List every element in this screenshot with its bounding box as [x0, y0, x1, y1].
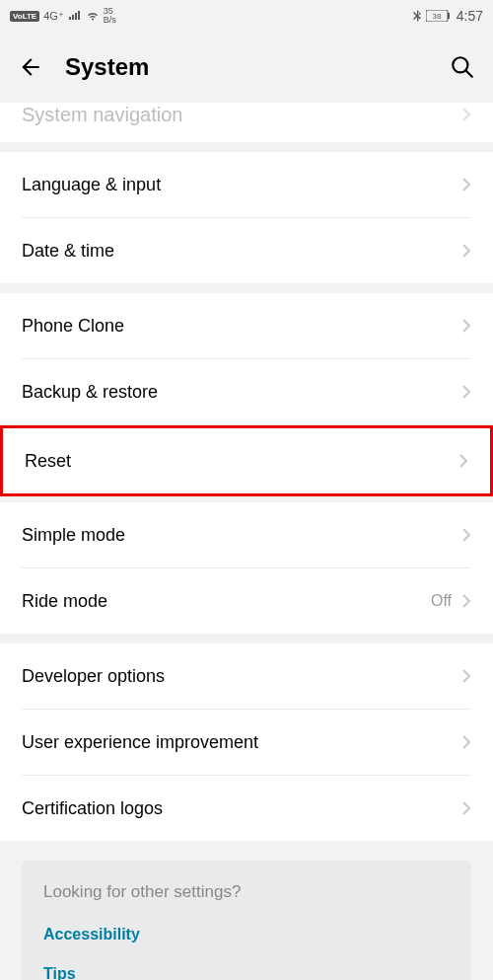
- group-partial: System navigation: [0, 103, 493, 142]
- group-language: Language & input Date & time: [0, 152, 493, 283]
- row-backup-restore[interactable]: Backup & restore: [0, 359, 493, 424]
- row-label: Certification logos: [22, 798, 163, 819]
- chevron-right-icon: [461, 593, 471, 609]
- link-accessibility[interactable]: Accessibility: [43, 926, 450, 943]
- chevron-right-icon: [461, 734, 471, 750]
- svg-line-4: [465, 70, 472, 77]
- chevron-right-icon: [461, 800, 471, 816]
- row-language-input[interactable]: Language & input: [0, 152, 493, 217]
- header: System: [0, 32, 493, 103]
- row-label: Ride mode: [22, 591, 107, 612]
- status-right: 38 4:57: [413, 8, 483, 24]
- row-date-time[interactable]: Date & time: [0, 218, 493, 283]
- group-mode: Simple mode Ride mode Off: [0, 502, 493, 634]
- group-reset-highlighted: Reset: [0, 425, 493, 496]
- link-tips[interactable]: Tips: [43, 965, 450, 980]
- clock: 4:57: [457, 8, 483, 24]
- chevron-right-icon: [461, 527, 471, 543]
- wifi-icon: [86, 11, 100, 21]
- row-certification-logos[interactable]: Certification logos: [0, 776, 493, 841]
- search-icon[interactable]: [450, 54, 475, 80]
- data-rate: 35 B/s: [104, 7, 116, 25]
- chevron-right-icon: [458, 453, 468, 469]
- status-bar: VoLTE 4G⁺ 35 B/s 38 4:57: [0, 0, 493, 32]
- row-label: Date & time: [22, 241, 114, 262]
- row-system-navigation[interactable]: System navigation: [0, 103, 493, 142]
- chevron-right-icon: [461, 668, 471, 684]
- row-label: Developer options: [22, 666, 165, 687]
- chevron-right-icon: [461, 243, 471, 259]
- other-settings-card: Looking for other settings? Accessibilit…: [22, 861, 471, 980]
- battery-icon: 38: [426, 10, 452, 22]
- chevron-right-icon: [461, 384, 471, 400]
- row-value: Off: [431, 592, 452, 610]
- row-right: Off: [431, 592, 471, 610]
- chevron-right-icon: [461, 107, 471, 122]
- page-title: System: [65, 53, 428, 81]
- row-user-experience[interactable]: User experience improvement: [0, 710, 493, 775]
- row-label: Reset: [25, 451, 71, 472]
- status-left: VoLTE 4G⁺ 35 B/s: [10, 7, 116, 25]
- bluetooth-icon: [413, 10, 421, 22]
- other-settings-title: Looking for other settings?: [43, 882, 450, 902]
- row-simple-mode[interactable]: Simple mode: [0, 502, 493, 567]
- row-reset[interactable]: Reset: [3, 428, 490, 493]
- row-label: Backup & restore: [22, 382, 158, 403]
- row-developer-options[interactable]: Developer options: [0, 643, 493, 709]
- volte-badge: VoLTE: [10, 11, 39, 22]
- chevron-right-icon: [461, 318, 471, 334]
- svg-text:38: 38: [432, 12, 441, 21]
- row-label: User experience improvement: [22, 732, 258, 753]
- signal-icon: [68, 11, 82, 21]
- group-dev: Developer options User experience improv…: [0, 643, 493, 841]
- row-label: System navigation: [22, 104, 182, 126]
- row-ride-mode[interactable]: Ride mode Off: [0, 568, 493, 634]
- back-icon[interactable]: [18, 54, 43, 80]
- row-label: Phone Clone: [22, 316, 124, 337]
- row-label: Language & input: [22, 175, 161, 195]
- svg-rect-1: [448, 13, 450, 19]
- row-label: Simple mode: [22, 525, 125, 546]
- group-clone: Phone Clone Backup & restore: [0, 293, 493, 424]
- row-phone-clone[interactable]: Phone Clone: [0, 293, 493, 358]
- chevron-right-icon: [461, 177, 471, 192]
- network-indicator: 4G⁺: [43, 10, 64, 23]
